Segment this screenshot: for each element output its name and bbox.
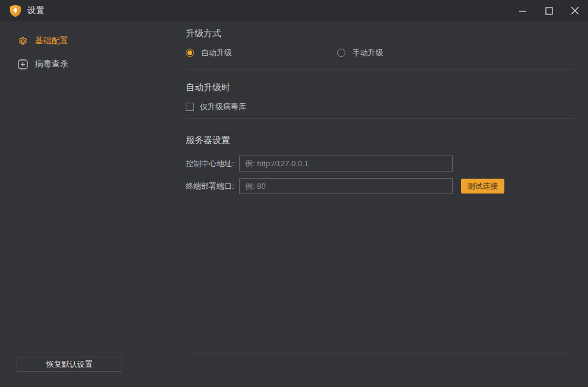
restore-defaults-button[interactable]: 恢复默认设置	[17, 357, 122, 372]
window-title: 设置	[27, 5, 45, 16]
upgrade-method-heading: 升级方式	[186, 27, 574, 39]
deploy-port-input[interactable]	[239, 178, 453, 194]
upgrade-method-options: 自动升级 手动升级	[186, 48, 574, 58]
sidebar: 基础配置 病毒查杀 恢复默认设置	[0, 21, 163, 387]
radio-label: 手动升级	[352, 47, 383, 58]
control-center-address-row: 控制中心地址:	[186, 156, 574, 172]
sidebar-item-basic-config[interactable]: 基础配置	[0, 33, 163, 49]
app-body: 基础配置 病毒查杀 恢复默认设置 升级方式 自	[0, 21, 588, 387]
maximize-icon	[545, 7, 553, 15]
test-connection-button[interactable]: 测试连接	[461, 179, 504, 194]
app-shield-logo-icon	[9, 4, 21, 17]
deploy-port-label: 终端部署端口:	[186, 181, 239, 192]
sidebar-item-virus-scan[interactable]: 病毒查杀	[0, 56, 163, 72]
section-divider	[186, 118, 574, 119]
minimize-button[interactable]	[510, 0, 536, 21]
radio-label: 自动升级	[201, 47, 232, 58]
control-center-address-input[interactable]	[239, 156, 453, 172]
radio-option-auto-upgrade[interactable]: 自动升级	[186, 47, 337, 58]
close-button[interactable]	[562, 0, 588, 21]
plus-square-icon	[18, 59, 28, 69]
radio-selected-icon[interactable]	[186, 49, 194, 57]
bottom-spacer	[186, 353, 574, 387]
auto-upgrade-heading: 自动升级时	[186, 81, 574, 93]
section-divider	[186, 69, 574, 70]
only-virus-db-checkbox-row[interactable]: 仅升级病毒库	[186, 102, 574, 112]
checkbox-label: 仅升级病毒库	[200, 101, 246, 112]
checkbox-unchecked-icon[interactable]	[186, 103, 194, 111]
window-controls	[510, 0, 588, 21]
control-center-address-label: 控制中心地址:	[186, 158, 239, 169]
radio-option-manual-upgrade[interactable]: 手动升级	[337, 47, 383, 58]
settings-window: 设置	[0, 0, 588, 387]
minimize-icon	[519, 7, 527, 15]
server-settings-heading: 服务器设置	[186, 134, 574, 146]
radio-unselected-icon[interactable]	[337, 49, 345, 57]
close-icon	[571, 7, 579, 15]
maximize-button[interactable]	[536, 0, 562, 21]
sidebar-item-label: 病毒查杀	[35, 59, 68, 69]
sidebar-item-label: 基础配置	[35, 36, 68, 46]
deploy-port-row: 终端部署端口: 测试连接	[186, 178, 574, 194]
main-content: 升级方式 自动升级 手动升级 自动升级时 仅升级病毒库 服务器设置	[163, 21, 588, 387]
gear-icon	[18, 36, 28, 46]
titlebar: 设置	[0, 0, 588, 21]
